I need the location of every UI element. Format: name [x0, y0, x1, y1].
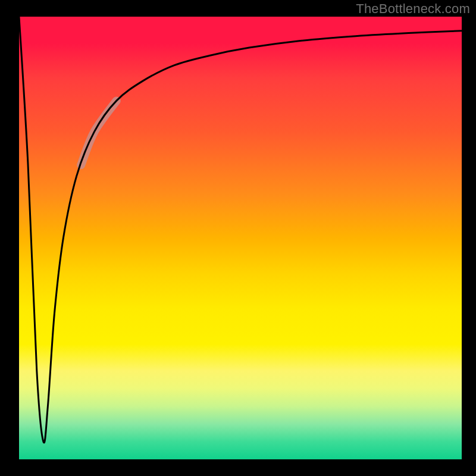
plot-area: [19, 17, 462, 459]
watermark-text: TheBottleneck.com: [356, 1, 470, 17]
chart-frame: TheBottleneck.com: [0, 0, 476, 476]
curve-svg: [19, 17, 462, 459]
bottleneck-curve: [19, 17, 462, 443]
highlight-segment: [81, 101, 117, 165]
